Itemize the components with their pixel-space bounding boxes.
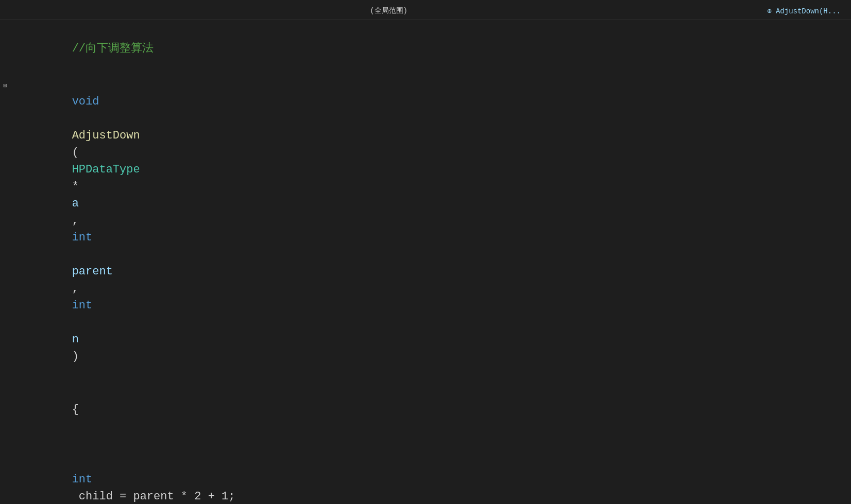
- param-n: n: [72, 333, 79, 346]
- top-bar: (全局范围) ⊕ AdjustDown(H...: [0, 5, 851, 20]
- top-bar-center: (全局范围): [370, 6, 407, 15]
- comment-1: //向下调整算法: [72, 42, 154, 55]
- code-line-4: int child = parent * 2 + 1; //通过下标关系找到左孩…: [0, 436, 851, 504]
- code-text-1: //向下调整算法: [12, 23, 851, 74]
- keyword-int-2: int: [72, 299, 93, 312]
- param-parent: parent: [72, 265, 113, 278]
- type-hpdatatype: HPDataType: [72, 163, 140, 176]
- code-line-1: //向下调整算法: [0, 22, 851, 75]
- code-area: //向下调整算法 ⊟ void AdjustDown ( HPDataType …: [0, 22, 851, 504]
- code-text-4: int child = parent * 2 + 1; //通过下标关系找到左孩…: [12, 437, 851, 504]
- code-line-2: ⊟ void AdjustDown ( HPDataType * a , int…: [0, 75, 851, 383]
- top-bar-right: ⊕ AdjustDown(H...: [767, 7, 841, 15]
- keyword-int-1: int: [72, 231, 93, 244]
- code-container: (全局范围) ⊕ AdjustDown(H... //向下调整算法 ⊟ void…: [0, 0, 851, 504]
- keyword-void: void: [72, 95, 99, 108]
- code-text-2: void AdjustDown ( HPDataType * a , int p…: [12, 76, 851, 382]
- fold-indicator-2: ⊟: [0, 82, 10, 90]
- param-a: a: [72, 197, 79, 210]
- function-name: AdjustDown: [72, 129, 140, 142]
- code-text-3: {: [12, 384, 851, 435]
- code-line-3: {: [0, 383, 851, 436]
